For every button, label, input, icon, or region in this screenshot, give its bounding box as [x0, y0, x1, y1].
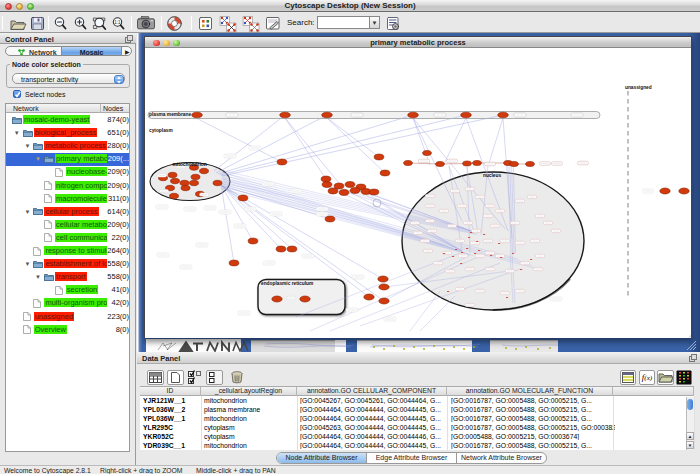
svg-text:nucleus: nucleus [483, 173, 501, 178]
svg-text:unassigned: unassigned [625, 85, 652, 90]
svg-text:mitochondrion: mitochondrion [173, 162, 207, 167]
svg-text:plasma membrane: plasma membrane [149, 112, 191, 117]
svg-text:endoplasmic reticulum: endoplasmic reticulum [261, 281, 313, 286]
svg-text:cytoplasm: cytoplasm [149, 128, 173, 133]
svg-text:1:1: 1:1 [114, 20, 121, 25]
